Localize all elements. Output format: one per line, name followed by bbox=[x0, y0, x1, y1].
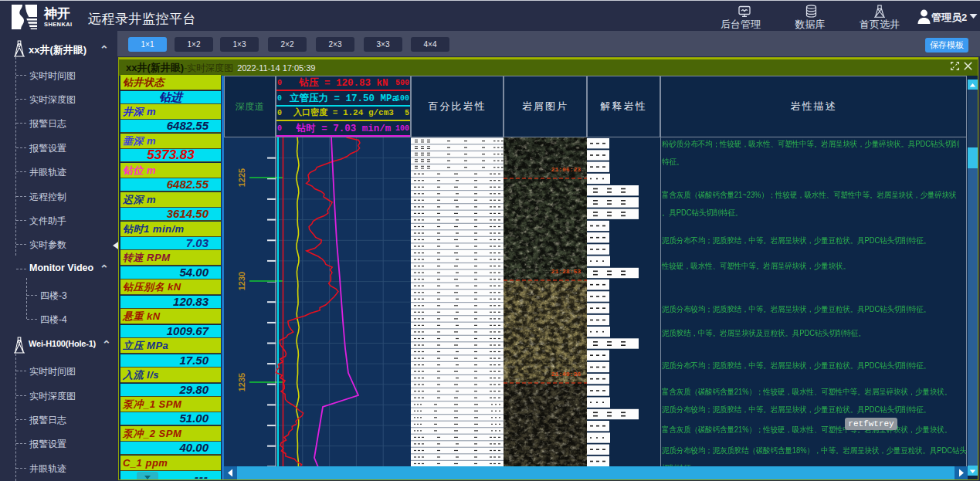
svg-text:1235: 1235 bbox=[237, 373, 246, 391]
svg-text:1230: 1230 bbox=[237, 272, 246, 290]
svg-text:21:49:36: 21:49:36 bbox=[551, 371, 582, 378]
svg-text:21:28:53: 21:28:53 bbox=[551, 268, 582, 275]
svg-text:1225: 1225 bbox=[237, 168, 246, 187]
svg-text:21:06:23: 21:06:23 bbox=[551, 166, 582, 173]
